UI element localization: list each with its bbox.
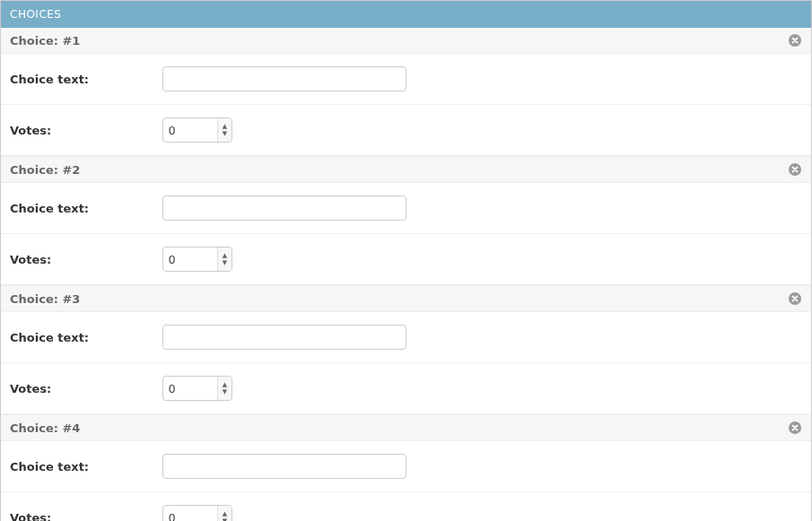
choice-header: Choice: #3 xyxy=(1,285,811,312)
choices-inline-module: CHOICES Choice: #1 Choice text: Votes: ▲… xyxy=(0,0,812,521)
delete-icon[interactable] xyxy=(788,33,802,48)
choice-title: Choice: #3 xyxy=(10,292,80,306)
choice-text-input[interactable] xyxy=(162,325,406,350)
choice-text-row: Choice text: xyxy=(1,183,811,234)
votes-label: Votes: xyxy=(10,253,162,266)
choice-header: Choice: #4 xyxy=(1,414,811,441)
votes-spinner[interactable]: ▲ ▼ xyxy=(217,377,231,400)
spinner-up-icon: ▲ xyxy=(223,381,227,388)
delete-icon[interactable] xyxy=(788,421,802,435)
choice-text-input[interactable] xyxy=(162,66,406,91)
votes-spinner[interactable]: ▲ ▼ xyxy=(217,247,231,271)
votes-spinner[interactable]: ▲ ▼ xyxy=(217,118,231,142)
choice-text-input[interactable] xyxy=(162,454,406,479)
choice-text-label: Choice text: xyxy=(10,331,162,344)
spinner-down-icon: ▼ xyxy=(223,130,227,137)
choice-header: Choice: #1 xyxy=(1,28,811,54)
choice-text-input[interactable] xyxy=(162,195,406,221)
choice-text-row: Choice text: xyxy=(1,54,811,105)
choice-header: Choice: #2 xyxy=(1,156,811,183)
votes-row: Votes: ▲ ▼ xyxy=(1,234,811,285)
votes-row: Votes: ▲ ▼ xyxy=(1,492,811,521)
choice-text-row: Choice text: xyxy=(1,441,811,492)
votes-input-wrap: ▲ ▼ xyxy=(162,376,232,401)
spinner-up-icon: ▲ xyxy=(223,123,227,130)
spinner-down-icon: ▼ xyxy=(223,259,227,266)
module-header: CHOICES xyxy=(1,1,811,28)
spinner-down-icon: ▼ xyxy=(223,517,227,521)
spinner-up-icon: ▲ xyxy=(223,252,227,259)
votes-row: Votes: ▲ ▼ xyxy=(1,105,811,156)
choice-text-label: Choice text: xyxy=(10,202,162,215)
choice-text-row: Choice text: xyxy=(1,312,811,363)
votes-label: Votes: xyxy=(10,124,162,137)
votes-input-wrap: ▲ ▼ xyxy=(162,117,232,143)
spinner-down-icon: ▼ xyxy=(223,388,227,395)
votes-label: Votes: xyxy=(10,382,162,395)
choice-text-label: Choice text: xyxy=(10,460,162,473)
spinner-up-icon: ▲ xyxy=(223,510,227,517)
votes-label: Votes: xyxy=(10,511,162,522)
votes-input-wrap: ▲ ▼ xyxy=(162,505,232,521)
votes-input-wrap: ▲ ▼ xyxy=(162,247,232,272)
choice-title: Choice: #2 xyxy=(10,163,80,177)
choice-text-label: Choice text: xyxy=(10,73,162,86)
delete-icon[interactable] xyxy=(788,291,802,306)
choice-title: Choice: #1 xyxy=(10,34,80,48)
votes-spinner[interactable]: ▲ ▼ xyxy=(217,506,231,521)
votes-row: Votes: ▲ ▼ xyxy=(1,363,811,414)
delete-icon[interactable] xyxy=(788,162,802,177)
choice-title: Choice: #4 xyxy=(10,421,80,435)
